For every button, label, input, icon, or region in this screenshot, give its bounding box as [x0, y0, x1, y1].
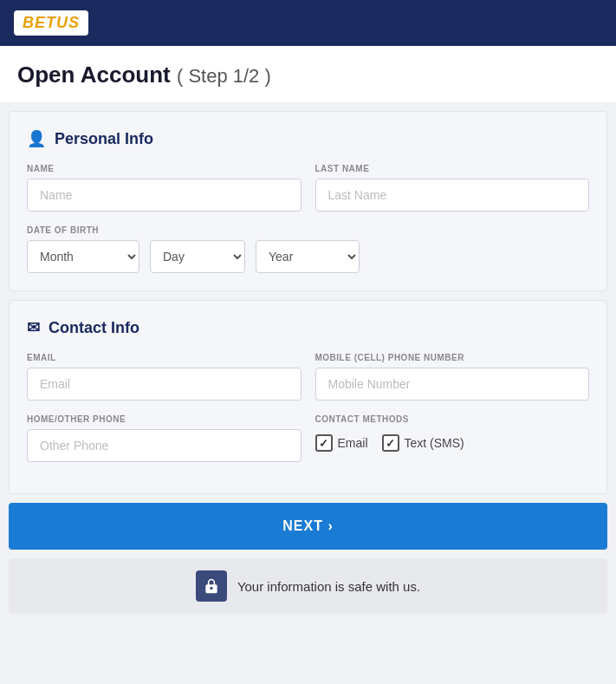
dob-row: Month JanuaryFebruaryMarch AprilMayJune …: [27, 240, 589, 273]
personal-info-label: Personal Info: [55, 130, 153, 148]
name-group: NAME: [27, 164, 302, 212]
email-group: EMAIL: [27, 353, 302, 401]
home-phone-group: HOME/OTHER PHONE: [27, 414, 302, 462]
sms-checkbox-item[interactable]: Text (SMS): [382, 434, 464, 452]
name-label: NAME: [27, 164, 302, 173]
lock-icon: [203, 577, 220, 595]
homephone-contact-row: HOME/OTHER PHONE CONTACT METHODS Email T…: [27, 414, 589, 462]
page-title-text: Open Account: [17, 62, 171, 88]
page-step: ( Step 1/2 ): [177, 65, 271, 87]
next-button-container: NEXT ›: [9, 503, 607, 550]
sms-checkbox[interactable]: [382, 434, 399, 452]
security-banner: Your information is safe with us.: [9, 558, 607, 614]
email-input[interactable]: [27, 368, 302, 401]
mobile-group: MOBILE (CELL) PHONE NUMBER: [315, 353, 590, 401]
sms-checkbox-label: Text (SMS): [405, 436, 464, 450]
mobile-input[interactable]: [315, 368, 590, 401]
mobile-label: MOBILE (CELL) PHONE NUMBER: [315, 353, 590, 362]
next-button[interactable]: NEXT ›: [9, 503, 607, 550]
last-name-group: LAST NAME: [315, 164, 590, 212]
last-name-label: LAST NAME: [315, 164, 590, 173]
contact-info-title: ✉ Contact Info: [27, 318, 589, 337]
year-select[interactable]: Year 2005200420032002 2001200019991998 1…: [256, 240, 360, 273]
personal-info-section: 👤 Personal Info NAME LAST NAME DATE OF B…: [9, 111, 607, 291]
name-input[interactable]: [27, 179, 302, 212]
logo: BETUS: [14, 10, 88, 36]
envelope-icon: ✉: [27, 318, 40, 337]
dob-group: DATE OF BIRTH Month JanuaryFebruaryMarch…: [27, 225, 589, 273]
contact-methods-checkboxes: Email Text (SMS): [315, 434, 590, 452]
person-icon: 👤: [27, 129, 46, 148]
email-checkbox-item[interactable]: Email: [315, 434, 368, 452]
contact-info-section: ✉ Contact Info EMAIL MOBILE (CELL) PHONE…: [9, 300, 607, 494]
logo-bet: BET: [23, 14, 56, 31]
lock-icon-wrap: [196, 570, 227, 602]
email-checkbox-label: Email: [338, 436, 368, 450]
security-text: Your information is safe with us.: [237, 579, 420, 594]
last-name-input[interactable]: [315, 179, 590, 212]
name-row: NAME LAST NAME: [27, 164, 589, 212]
email-checkbox[interactable]: [315, 434, 333, 452]
home-phone-label: HOME/OTHER PHONE: [27, 414, 302, 424]
email-mobile-row: EMAIL MOBILE (CELL) PHONE NUMBER: [27, 353, 589, 401]
month-select[interactable]: Month JanuaryFebruaryMarch AprilMayJune …: [27, 240, 139, 273]
logo-us: US: [56, 14, 80, 31]
contact-methods-group: CONTACT METHODS Email Text (SMS): [315, 414, 590, 462]
page-title-area: Open Account ( Step 1/2 ): [0, 46, 616, 102]
home-phone-input[interactable]: [27, 429, 302, 462]
personal-info-title: 👤 Personal Info: [27, 129, 589, 148]
day-select[interactable]: Day 1234 5678 9101112 13141516 17181920 …: [150, 240, 245, 273]
email-label: EMAIL: [27, 353, 302, 362]
contact-info-label: Contact Info: [49, 319, 139, 337]
page-title: Open Account ( Step 1/2 ): [17, 62, 599, 88]
header: BETUS: [0, 0, 616, 46]
dob-label: DATE OF BIRTH: [27, 225, 589, 235]
contact-methods-label: CONTACT METHODS: [315, 414, 590, 424]
